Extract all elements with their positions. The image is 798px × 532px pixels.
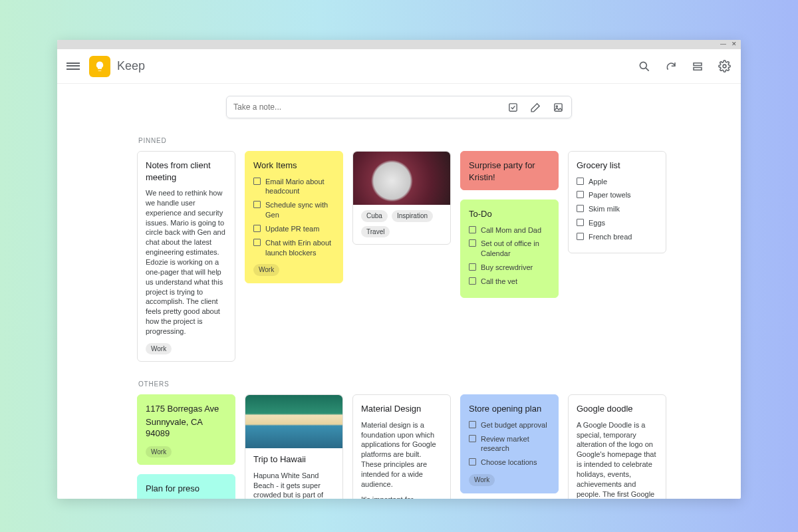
checkbox-icon[interactable]: [469, 239, 476, 247]
check-item: Email Mario about headcount: [265, 177, 334, 197]
svg-rect-3: [694, 67, 702, 70]
take-note-input[interactable]: [233, 102, 497, 112]
tag-label[interactable]: Work: [253, 264, 279, 276]
checkbox-icon[interactable]: [577, 191, 584, 198]
checkbox-icon[interactable]: [253, 239, 261, 246]
tag-label[interactable]: Work: [146, 343, 172, 355]
check-item: Call the vet: [481, 277, 517, 287]
window-minimize-icon[interactable]: —: [720, 41, 726, 47]
checkbox-icon[interactable]: [577, 178, 584, 185]
checklist: Email Mario about headcount Schedule syn…: [253, 177, 334, 258]
checkbox-icon[interactable]: [577, 219, 584, 226]
app-header: Keep: [57, 49, 741, 84]
checklist: Call Mom and Dad Set out of office in Ca…: [469, 225, 550, 287]
check-item: Update PR team: [265, 224, 319, 234]
note-title: Work Items: [253, 160, 334, 172]
check-item: French bread: [589, 232, 632, 242]
note-title: Trip to Hawaii: [253, 454, 334, 466]
section-pinned-label: PINNED: [138, 137, 661, 144]
menu-icon[interactable]: [66, 60, 80, 73]
checkbox-icon[interactable]: [253, 225, 261, 232]
tag-label[interactable]: Travel: [361, 226, 390, 238]
note-title: Store opening plan: [469, 403, 550, 415]
note-title: Plan for preso: [146, 483, 227, 495]
note-title: Grocery list: [577, 160, 658, 172]
search-icon[interactable]: [637, 59, 652, 74]
checkbox-icon[interactable]: [469, 421, 476, 428]
check-item: Chat with Erin about launch blockers: [265, 238, 334, 258]
note-address[interactable]: 1175 Borregas Ave Sunnyvale, CA 94089 Wo…: [137, 394, 235, 465]
refresh-icon[interactable]: [664, 59, 678, 74]
note-work-items[interactable]: Work Items Email Mario about headcount S…: [245, 151, 343, 283]
check-item: Review market research: [481, 434, 550, 454]
check-item: Choose locations: [481, 458, 537, 467]
new-checklist-icon[interactable]: [506, 100, 519, 114]
others-grid: 1175 Borregas Ave Sunnyvale, CA 94089 Wo…: [137, 394, 661, 499]
note-title: Material Design: [361, 403, 442, 415]
note-body: Hapuna White Sand Beach - it gets super …: [253, 471, 334, 499]
svg-line-1: [646, 68, 649, 71]
note-title: Sunnyvale, CA 94089: [146, 416, 227, 440]
new-drawing-icon[interactable]: [529, 100, 542, 114]
check-item: Set out of office in Calendar: [481, 239, 550, 259]
note-title: Notes from client meeting: [146, 160, 227, 183]
svg-point-0: [640, 62, 646, 68]
note-image: [353, 152, 450, 205]
note-body: Material design is a foundation upon whi…: [361, 420, 442, 489]
checkbox-icon[interactable]: [469, 263, 476, 271]
note-title: Google doodle: [577, 403, 658, 415]
checkbox-icon[interactable]: [577, 233, 584, 240]
checkbox-icon[interactable]: [253, 178, 261, 185]
app-window: — ✕ Keep: [57, 40, 741, 499]
svg-point-7: [556, 106, 557, 107]
check-item: Apple: [589, 177, 607, 187]
window-titlebar: — ✕: [57, 40, 741, 49]
checkbox-icon[interactable]: [253, 201, 261, 208]
check-item: Eggs: [589, 218, 605, 228]
keep-logo-icon: [89, 56, 110, 77]
note-body: A Google Doodle is a special, temporary …: [577, 420, 658, 499]
settings-icon[interactable]: [717, 59, 732, 74]
checklist: Apple Paper towels Skim milk Eggs French…: [577, 177, 658, 242]
tag-label[interactable]: Work: [469, 474, 495, 486]
check-item: Paper towels: [589, 190, 631, 200]
note-body: We need to rethink how we handle user ex…: [146, 188, 227, 336]
note-todo[interactable]: To-Do Call Mom and Dad Set out of office…: [460, 200, 559, 298]
new-image-icon[interactable]: [551, 100, 565, 114]
note-surprise[interactable]: Surprise party for Kristin!: [460, 151, 559, 190]
take-note-bar[interactable]: [226, 96, 572, 118]
note-material[interactable]: Material Design Material design is a fou…: [352, 394, 451, 499]
note-image: [245, 395, 342, 448]
view-toggle-icon[interactable]: [690, 59, 705, 74]
content-area: PINNED Notes from client meeting We need…: [57, 84, 741, 499]
note-client-meeting[interactable]: Notes from client meeting We need to ret…: [137, 151, 235, 362]
tag-label[interactable]: Inspiration: [392, 210, 433, 222]
checkbox-icon[interactable]: [469, 277, 476, 285]
tag-label[interactable]: Work: [146, 446, 172, 458]
window-close-icon[interactable]: ✕: [732, 41, 737, 47]
pinned-grid: Notes from client meeting We need to ret…: [137, 151, 661, 362]
check-item: Get budget approval: [481, 420, 547, 430]
note-car-image[interactable]: Cuba Inspiration Travel: [352, 151, 451, 245]
checkbox-icon[interactable]: [577, 205, 584, 212]
svg-rect-6: [554, 103, 561, 110]
note-title: 1175 Borregas Ave: [146, 403, 227, 415]
note-plan[interactable]: Plan for preso First, we should talk abo…: [137, 474, 235, 499]
check-item: Schedule sync with Gen: [265, 200, 334, 220]
tag-label[interactable]: Cuba: [361, 210, 388, 222]
note-hawaii[interactable]: Trip to Hawaii Hapuna White Sand Beach -…: [245, 394, 343, 499]
note-doodle[interactable]: Google doodle A Google Doodle is a speci…: [568, 394, 666, 499]
check-item: Skim milk: [589, 204, 620, 214]
check-item: Call Mom and Dad: [481, 225, 541, 235]
checklist: Get budget approval Review market resear…: [469, 420, 550, 467]
checkbox-icon[interactable]: [469, 435, 476, 442]
checkbox-icon[interactable]: [469, 458, 476, 466]
svg-point-4: [723, 65, 726, 68]
note-body: It's important for Google's products to …: [361, 495, 442, 499]
note-store[interactable]: Store opening plan Get budget approval R…: [460, 394, 559, 493]
checkbox-icon[interactable]: [469, 226, 476, 233]
note-grocery[interactable]: Grocery list Apple Paper towels Skim mil…: [568, 151, 666, 253]
note-title: To-Do: [469, 208, 550, 220]
note-title: Surprise party for Kristin!: [469, 160, 550, 183]
section-others-label: OTHERS: [138, 380, 661, 388]
